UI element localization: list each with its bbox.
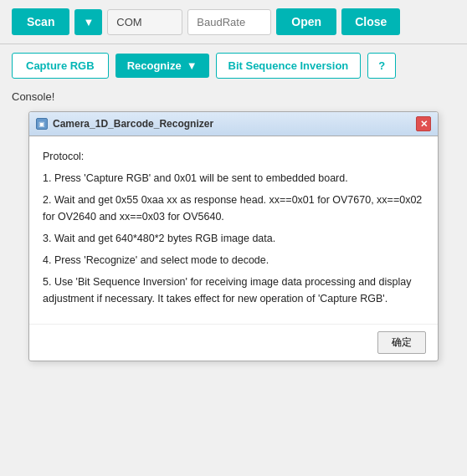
bit-sequence-inversion-button[interactable]: Bit Sequence Inversion [216,53,362,79]
step-1: 1. Press 'Capture RGB' and 0x01 will be … [43,170,424,187]
dialog-body: Protocol: 1. Press 'Capture RGB' and 0x0… [29,136,438,324]
step-3: 3. Wait and get 640*480*2 bytes RGB imag… [43,230,424,247]
confirm-button[interactable]: 确定 [377,331,426,354]
step-5: 5. Use 'Bit Sequence Inversion' for rece… [43,274,424,307]
action-bar: Capture RGB Recognize ▼ Bit Sequence Inv… [0,44,467,87]
dialog-footer: 确定 [29,324,438,361]
dialog-title: Camera_1D_Barcode_Recognizer [53,118,213,130]
dialog: ▣ Camera_1D_Barcode_Recognizer ✕ Protoco… [28,111,439,361]
capture-rgb-button[interactable]: Capture RGB [12,53,109,79]
recognize-dropdown-icon: ▼ [187,59,198,72]
scan-dropdown-button[interactable]: ▼ [74,9,102,35]
console-label: Console! [0,87,467,111]
recognize-button[interactable]: Recognize ▼ [115,54,209,78]
dialog-title-left: ▣ Camera_1D_Barcode_Recognizer [36,118,213,130]
open-button[interactable]: Open [276,8,336,35]
help-button[interactable]: ? [367,53,396,79]
protocol-title: Protocol: [43,148,424,165]
scan-button[interactable]: Scan [12,8,69,35]
main-area: ▣ Camera_1D_Barcode_Recognizer ✕ Protoco… [0,111,467,373]
baud-rate-input[interactable] [187,9,271,35]
step-4: 4. Press 'Recognize' and select mode to … [43,252,424,269]
step-2: 2. Wait and get 0x55 0xaa xx as response… [43,192,424,225]
close-button[interactable]: Close [341,8,400,35]
chevron-down-icon: ▼ [83,16,94,28]
com-input[interactable] [107,9,182,35]
camera-icon: ▣ [38,120,45,128]
recognize-label: Recognize [127,59,182,72]
dialog-close-button[interactable]: ✕ [416,116,431,131]
toolbar: Scan ▼ Open Close [0,0,467,44]
dialog-icon: ▣ [36,118,48,130]
dialog-titlebar: ▣ Camera_1D_Barcode_Recognizer ✕ [29,112,438,136]
